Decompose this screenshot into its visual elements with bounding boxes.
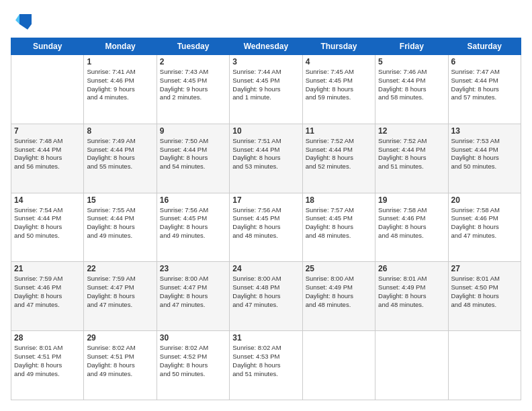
weekday-header: Monday <box>84 38 157 55</box>
calendar-cell: 15Sunrise: 7:55 AMSunset: 4:44 PMDayligh… <box>84 193 157 262</box>
weekday-header: Saturday <box>448 38 521 55</box>
calendar-week-row: 21Sunrise: 7:59 AMSunset: 4:46 PMDayligh… <box>11 262 521 331</box>
day-number: 18 <box>306 195 372 205</box>
calendar-header-row: SundayMondayTuesdayWednesdayThursdayFrid… <box>11 38 521 55</box>
calendar-cell: 21Sunrise: 7:59 AMSunset: 4:46 PMDayligh… <box>11 262 84 331</box>
day-info: Sunrise: 8:01 AMSunset: 4:49 PMDaylight:… <box>378 275 445 309</box>
day-number: 19 <box>378 195 445 205</box>
day-number: 8 <box>87 126 153 136</box>
day-info: Sunrise: 7:51 AMSunset: 4:44 PMDaylight:… <box>232 137 299 171</box>
calendar-cell: 26Sunrise: 8:01 AMSunset: 4:49 PMDayligh… <box>375 262 448 331</box>
day-info: Sunrise: 7:58 AMSunset: 4:46 PMDaylight:… <box>451 206 518 240</box>
day-number: 17 <box>232 195 299 205</box>
calendar-cell: 8Sunrise: 7:49 AMSunset: 4:44 PMDaylight… <box>84 124 157 193</box>
day-info: Sunrise: 7:57 AMSunset: 4:45 PMDaylight:… <box>306 206 372 240</box>
day-info: Sunrise: 8:01 AMSunset: 4:50 PMDaylight:… <box>451 275 518 309</box>
day-number: 21 <box>14 264 81 273</box>
calendar-cell: 22Sunrise: 7:59 AMSunset: 4:47 PMDayligh… <box>84 262 157 331</box>
day-number: 31 <box>232 333 299 342</box>
day-info: Sunrise: 7:58 AMSunset: 4:46 PMDaylight:… <box>378 206 445 240</box>
calendar-cell <box>302 331 375 400</box>
calendar-cell: 9Sunrise: 7:50 AMSunset: 4:44 PMDaylight… <box>157 124 229 193</box>
day-info: Sunrise: 7:53 AMSunset: 4:44 PMDaylight:… <box>451 137 518 171</box>
day-info: Sunrise: 8:00 AMSunset: 4:49 PMDaylight:… <box>306 275 372 309</box>
day-number: 13 <box>451 126 518 136</box>
calendar-cell: 6Sunrise: 7:47 AMSunset: 4:44 PMDaylight… <box>448 55 521 124</box>
calendar-cell: 20Sunrise: 7:58 AMSunset: 4:46 PMDayligh… <box>448 193 521 262</box>
day-number: 9 <box>160 126 226 136</box>
calendar-cell: 11Sunrise: 7:52 AMSunset: 4:44 PMDayligh… <box>302 124 375 193</box>
day-number: 22 <box>87 264 153 273</box>
day-info: Sunrise: 7:59 AMSunset: 4:47 PMDaylight:… <box>87 275 153 309</box>
calendar-cell: 17Sunrise: 7:56 AMSunset: 4:45 PMDayligh… <box>230 193 302 262</box>
day-number: 3 <box>232 57 299 66</box>
day-number: 4 <box>306 57 372 66</box>
day-number: 26 <box>378 264 445 273</box>
day-info: Sunrise: 7:44 AMSunset: 4:45 PMDaylight:… <box>232 68 299 102</box>
calendar-cell: 12Sunrise: 7:52 AMSunset: 4:44 PMDayligh… <box>375 124 448 193</box>
calendar-cell: 24Sunrise: 8:00 AMSunset: 4:48 PMDayligh… <box>230 262 302 331</box>
calendar-cell: 4Sunrise: 7:45 AMSunset: 4:45 PMDaylight… <box>302 55 375 124</box>
calendar-cell: 27Sunrise: 8:01 AMSunset: 4:50 PMDayligh… <box>448 262 521 331</box>
svg-marker-2 <box>15 14 19 24</box>
day-info: Sunrise: 7:43 AMSunset: 4:45 PMDaylight:… <box>160 68 226 102</box>
calendar-cell: 7Sunrise: 7:48 AMSunset: 4:44 PMDaylight… <box>11 124 84 193</box>
weekday-header: Sunday <box>11 38 84 55</box>
day-number: 25 <box>306 264 372 273</box>
day-number: 30 <box>160 333 226 342</box>
day-number: 27 <box>451 264 518 273</box>
day-info: Sunrise: 7:56 AMSunset: 4:45 PMDaylight:… <box>160 206 226 240</box>
header <box>11 11 521 31</box>
day-info: Sunrise: 8:01 AMSunset: 4:51 PMDaylight:… <box>14 344 81 378</box>
day-number: 28 <box>14 333 81 342</box>
day-number: 29 <box>87 333 153 342</box>
day-info: Sunrise: 7:48 AMSunset: 4:44 PMDaylight:… <box>14 137 81 171</box>
day-info: Sunrise: 7:45 AMSunset: 4:45 PMDaylight:… <box>306 68 372 102</box>
calendar-cell: 2Sunrise: 7:43 AMSunset: 4:45 PMDaylight… <box>157 55 229 124</box>
day-info: Sunrise: 7:56 AMSunset: 4:45 PMDaylight:… <box>232 206 299 240</box>
day-info: Sunrise: 7:52 AMSunset: 4:44 PMDaylight:… <box>306 137 372 171</box>
day-info: Sunrise: 7:49 AMSunset: 4:44 PMDaylight:… <box>87 137 153 171</box>
calendar-cell: 13Sunrise: 7:53 AMSunset: 4:44 PMDayligh… <box>448 124 521 193</box>
day-number: 16 <box>160 195 226 205</box>
day-info: Sunrise: 7:59 AMSunset: 4:46 PMDaylight:… <box>14 275 81 309</box>
calendar-cell: 28Sunrise: 8:01 AMSunset: 4:51 PMDayligh… <box>11 331 84 400</box>
logo <box>11 11 33 31</box>
day-number: 24 <box>232 264 299 273</box>
weekday-header: Wednesday <box>230 38 302 55</box>
calendar-cell: 25Sunrise: 8:00 AMSunset: 4:49 PMDayligh… <box>302 262 375 331</box>
day-number: 20 <box>451 195 518 205</box>
calendar-cell <box>11 55 84 124</box>
day-number: 2 <box>160 57 226 66</box>
day-number: 7 <box>14 126 81 136</box>
day-number: 14 <box>14 195 81 205</box>
svg-marker-1 <box>19 24 32 30</box>
calendar-cell: 16Sunrise: 7:56 AMSunset: 4:45 PMDayligh… <box>157 193 229 262</box>
day-number: 1 <box>87 57 153 66</box>
calendar-cell <box>448 331 521 400</box>
day-info: Sunrise: 8:00 AMSunset: 4:47 PMDaylight:… <box>160 275 226 309</box>
calendar-cell <box>375 331 448 400</box>
page: SundayMondayTuesdayWednesdayThursdayFrid… <box>0 0 532 411</box>
weekday-header: Friday <box>375 38 448 55</box>
day-info: Sunrise: 7:55 AMSunset: 4:44 PMDaylight:… <box>87 206 153 240</box>
day-number: 12 <box>378 126 445 136</box>
calendar-cell: 1Sunrise: 7:41 AMSunset: 4:46 PMDaylight… <box>84 55 157 124</box>
calendar-cell: 29Sunrise: 8:02 AMSunset: 4:51 PMDayligh… <box>84 331 157 400</box>
day-info: Sunrise: 8:00 AMSunset: 4:48 PMDaylight:… <box>232 275 299 309</box>
day-info: Sunrise: 8:02 AMSunset: 4:52 PMDaylight:… <box>160 344 226 378</box>
day-number: 15 <box>87 195 153 205</box>
calendar-cell: 3Sunrise: 7:44 AMSunset: 4:45 PMDaylight… <box>230 55 302 124</box>
day-number: 5 <box>378 57 445 66</box>
day-info: Sunrise: 7:52 AMSunset: 4:44 PMDaylight:… <box>378 137 445 171</box>
day-info: Sunrise: 7:54 AMSunset: 4:44 PMDaylight:… <box>14 206 81 240</box>
calendar-cell: 10Sunrise: 7:51 AMSunset: 4:44 PMDayligh… <box>230 124 302 193</box>
calendar-week-row: 1Sunrise: 7:41 AMSunset: 4:46 PMDaylight… <box>11 55 521 124</box>
calendar-cell: 5Sunrise: 7:46 AMSunset: 4:44 PMDaylight… <box>375 55 448 124</box>
day-number: 6 <box>451 57 518 66</box>
calendar-cell: 18Sunrise: 7:57 AMSunset: 4:45 PMDayligh… <box>302 193 375 262</box>
weekday-header: Tuesday <box>157 38 229 55</box>
weekday-header: Thursday <box>302 38 375 55</box>
day-info: Sunrise: 7:47 AMSunset: 4:44 PMDaylight:… <box>451 68 518 102</box>
calendar-cell: 30Sunrise: 8:02 AMSunset: 4:52 PMDayligh… <box>157 331 229 400</box>
